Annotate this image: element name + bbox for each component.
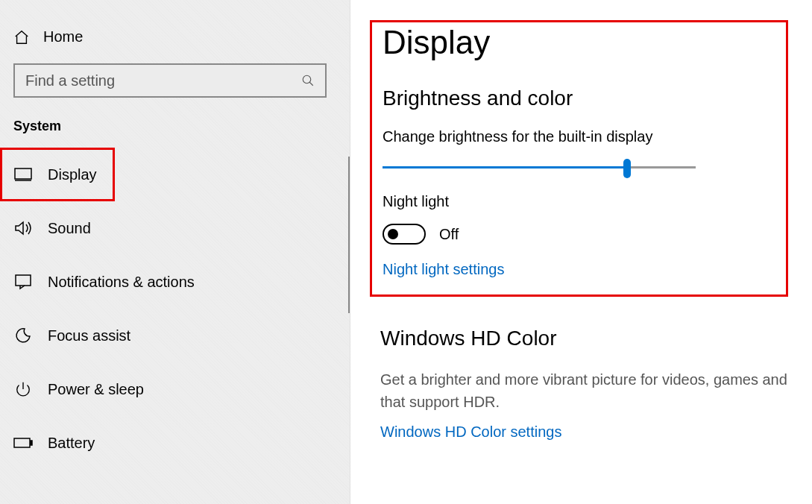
search-box[interactable]: [13, 63, 327, 98]
svg-point-0: [303, 75, 311, 84]
brightness-slider[interactable]: [383, 159, 696, 177]
highlighted-region: Display Brightness and color Change brig…: [370, 20, 788, 297]
slider-fill: [383, 166, 627, 168]
night-light-settings-link[interactable]: Night light settings: [383, 261, 504, 278]
focus-icon: [13, 327, 33, 344]
section-title-system: System: [0, 119, 350, 148]
sidebar-item-label: Battery: [48, 435, 95, 452]
page-title: Display: [383, 24, 775, 61]
night-light-toggle-row: Off: [383, 224, 775, 245]
battery-icon: [13, 437, 33, 449]
svg-line-1: [309, 82, 313, 86]
search-input[interactable]: [25, 72, 286, 89]
sidebar-item-label: Display: [48, 166, 97, 183]
display-icon: [13, 167, 33, 182]
search-icon: [301, 74, 315, 87]
home-icon: [13, 29, 30, 45]
slider-thumb[interactable]: [623, 159, 631, 178]
sidebar-item-label: Focus assist: [48, 327, 130, 344]
brightness-heading: Brightness and color: [383, 86, 775, 110]
sidebar-item-power[interactable]: Power & sleep: [0, 362, 350, 416]
hd-color-settings-link[interactable]: Windows HD Color settings: [380, 423, 561, 441]
sidebar-item-label: Power & sleep: [48, 381, 144, 398]
sidebar-item-battery[interactable]: Battery: [0, 416, 350, 470]
hd-heading: Windows HD Color: [380, 327, 812, 350]
sidebar-item-label: Notifications & actions: [48, 274, 195, 291]
sidebar-item-display[interactable]: Display: [0, 148, 115, 201]
sidebar-item-notifications[interactable]: Notifications & actions: [0, 255, 350, 309]
search-container: [13, 63, 336, 98]
hd-color-section: Windows HD Color Get a brighter and more…: [380, 327, 812, 441]
night-light-label: Night light: [383, 193, 775, 210]
settings-sidebar: Home System Display: [0, 0, 350, 504]
main-panel: Display Brightness and color Change brig…: [350, 0, 812, 504]
sidebar-item-label: Sound: [48, 220, 91, 237]
notifications-icon: [13, 274, 33, 290]
scrollbar[interactable]: [348, 157, 350, 313]
power-icon: [13, 381, 33, 397]
brightness-slider-label: Change brightness for the built-in displ…: [383, 128, 775, 145]
sidebar-item-focus[interactable]: Focus assist: [0, 309, 350, 362]
svg-rect-4: [16, 275, 31, 286]
night-light-state: Off: [439, 226, 459, 243]
sound-icon: [13, 220, 33, 236]
home-label: Home: [43, 28, 83, 45]
nav-list: Display Sound Notifications & actions: [0, 148, 350, 470]
hd-description: Get a brighter and more vibrant picture …: [380, 368, 812, 413]
svg-rect-7: [31, 441, 32, 445]
toggle-knob: [388, 229, 398, 239]
night-light-toggle[interactable]: [383, 224, 426, 245]
sidebar-item-sound[interactable]: Sound: [0, 201, 350, 255]
svg-rect-6: [14, 438, 30, 447]
home-nav[interactable]: Home: [0, 22, 350, 63]
svg-rect-2: [15, 168, 31, 179]
